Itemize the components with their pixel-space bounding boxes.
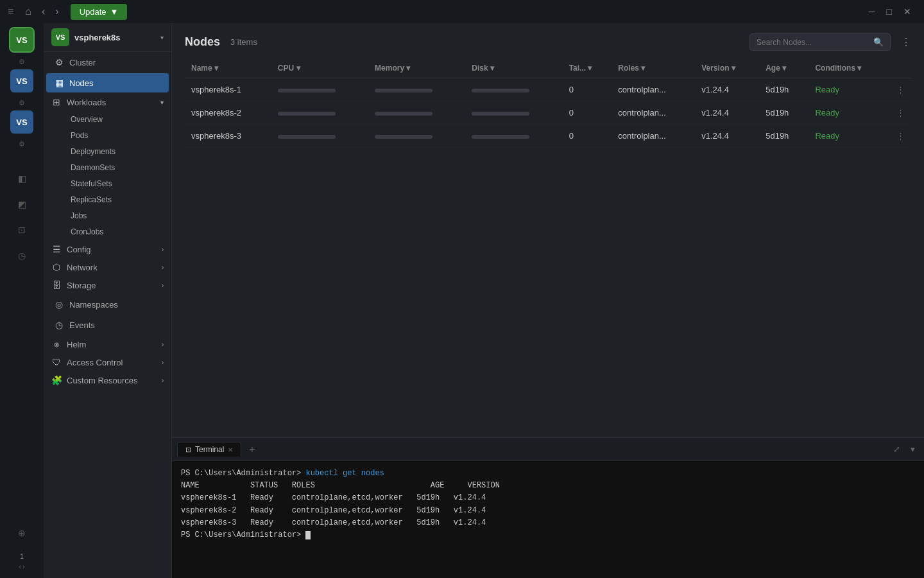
avatar-2[interactable]: VS — [10, 69, 33, 92]
rail-icon-1[interactable]: ◧ — [10, 167, 33, 190]
sidebar-item-namespaces[interactable]: ◎ Namespaces — [46, 295, 169, 314]
workloads-chevron-icon: ▾ — [160, 99, 164, 106]
sidebar-item-jobs[interactable]: Jobs — [64, 208, 169, 223]
sidebar-item-statefulsets[interactable]: StatefulSets — [64, 176, 169, 191]
col-version[interactable]: Version ▾ — [695, 58, 759, 78]
nav-controls: ⌂ ‹ › — [21, 3, 62, 20]
menu-icon[interactable]: ≡ — [8, 6, 13, 17]
cell-taints: 0 — [563, 101, 612, 125]
col-actions — [890, 58, 911, 78]
cell-disk — [465, 78, 562, 101]
col-disk[interactable]: Disk ▾ — [465, 58, 562, 78]
sidebar-section-helm[interactable]: ⎈ Helm › — [44, 335, 171, 353]
terminal-close-button[interactable]: ✕ — [228, 446, 233, 453]
sidebar-section-workloads[interactable]: ⊞ Workloads ▾ — [44, 93, 171, 111]
sidebar-item-overview[interactable]: Overview — [64, 112, 169, 127]
cell-age: 5d19h — [759, 78, 809, 101]
gear-icon-2[interactable]: ⚙ — [13, 98, 31, 108]
column-menu-button[interactable]: ⋮ — [901, 36, 911, 48]
cell-cpu — [271, 78, 368, 101]
terminal-tab-label: Terminal — [195, 445, 224, 454]
sidebar: VS vspherek8s ▾ ⚙ Cluster ▦ Nodes ⊞ Work… — [44, 23, 172, 578]
cell-taints: 0 — [563, 125, 612, 148]
cell-disk — [465, 125, 562, 148]
terminal-prompt-1: PS C:\Users\Administrator> — [181, 469, 305, 478]
sidebar-section-storage[interactable]: 🗄 Storage › — [44, 276, 171, 294]
sidebar-item-events[interactable]: ◷ Events — [46, 315, 169, 335]
col-roles[interactable]: Roles ▾ — [612, 58, 695, 78]
sidebar-section-config[interactable]: ☰ Config › — [44, 240, 171, 258]
col-memory[interactable]: Memory ▾ — [368, 58, 465, 78]
storage-chevron-icon: › — [162, 282, 164, 289]
page-title: Nodes — [185, 35, 220, 49]
terminal-collapse-button[interactable]: ▾ — [907, 442, 919, 457]
col-taints[interactable]: Tai... ▾ — [563, 58, 612, 78]
pager-prev[interactable]: ‹ — [19, 563, 21, 570]
nodes-tbody: vspherek8s-1 0 controlplan... v1.24.4 5d… — [185, 78, 911, 148]
pager-next[interactable]: › — [22, 563, 25, 570]
nodes-table: Name ▾ CPU ▾ Memory ▾ Disk ▾ Tai... ▾ Ro… — [185, 58, 911, 148]
search-input[interactable] — [757, 38, 869, 47]
gear-icon-3[interactable]: ⚙ — [13, 139, 31, 149]
update-button[interactable]: Update ▼ — [71, 4, 128, 20]
nav-back-button[interactable]: ‹ — [38, 3, 49, 20]
sidebar-item-daemonsets[interactable]: DaemonSets — [64, 160, 169, 175]
add-terminal-button[interactable]: + — [244, 441, 260, 458]
sidebar-item-deployments[interactable]: Deployments — [64, 144, 169, 159]
sidebar-section-access-control[interactable]: 🛡 Access Control › — [44, 353, 171, 371]
avatar-3[interactable]: VS — [10, 110, 33, 134]
page-indicator: 1 — [20, 552, 24, 560]
sidebar-item-replicasets[interactable]: ReplicaSets — [64, 192, 169, 207]
sidebar-header[interactable]: VS vspherek8s ▾ — [44, 23, 171, 52]
nav-home-button[interactable]: ⌂ — [21, 3, 35, 20]
cell-version: v1.24.4 — [695, 78, 759, 101]
rail-icon-2[interactable]: ◩ — [10, 193, 33, 216]
terminal-window-controls: ⤢ ▾ — [889, 442, 919, 457]
terminal-body[interactable]: PS C:\Users\Administrator> kubectl get n… — [172, 461, 924, 578]
search-box[interactable]: 🔍 — [749, 33, 891, 51]
col-cpu[interactable]: CPU ▾ — [271, 58, 368, 78]
nodes-header: Nodes 3 items 🔍 ⋮ — [172, 23, 924, 58]
rail-icon-4[interactable]: ◷ — [10, 244, 33, 267]
overview-label: Overview — [71, 115, 103, 124]
rail-icon-bottom-1[interactable]: ⊕ — [10, 521, 33, 545]
minimize-button[interactable]: ─ — [864, 4, 880, 19]
events-label: Events — [69, 320, 95, 330]
terminal-tab-1[interactable]: ⊡ Terminal ✕ — [177, 442, 241, 457]
sidebar-section-network[interactable]: ⬡ Network › — [44, 258, 171, 276]
cell-row-menu[interactable]: ⋮ — [890, 78, 911, 101]
config-icon: ☰ — [51, 244, 62, 254]
col-age[interactable]: Age ▾ — [759, 58, 809, 78]
sidebar-item-cluster[interactable]: ⚙ Cluster — [46, 53, 169, 72]
cpu-bar-container — [278, 135, 336, 139]
table-row: vspherek8s-1 0 controlplan... v1.24.4 5d… — [185, 78, 911, 101]
col-conditions[interactable]: Conditions ▾ — [809, 58, 890, 78]
maximize-button[interactable]: □ — [882, 4, 897, 19]
sidebar-item-pods[interactable]: Pods — [64, 128, 169, 143]
disk-sort-icon: ▾ — [490, 64, 494, 73]
sidebar-item-nodes[interactable]: ▦ Nodes — [46, 73, 169, 92]
terminal-expand-button[interactable]: ⤢ — [889, 442, 904, 457]
rail-icon-3[interactable]: ⊡ — [10, 218, 33, 241]
cell-status: Ready — [809, 78, 890, 101]
workloads-submenu: Overview Pods Deployments DaemonSets Sta… — [44, 111, 171, 240]
sidebar-item-cronjobs[interactable]: CronJobs — [64, 224, 169, 240]
row-menu-icon[interactable]: ⋮ — [896, 108, 905, 118]
nav-forward-button[interactable]: › — [51, 3, 62, 20]
avatar-1[interactable]: VS — [10, 28, 33, 51]
cell-disk — [465, 101, 562, 125]
col-name[interactable]: Name ▾ — [185, 58, 271, 78]
row-menu-icon[interactable]: ⋮ — [896, 85, 905, 94]
sidebar-section-custom-resources[interactable]: 🧩 Custom Resources › — [44, 371, 171, 389]
row-menu-icon[interactable]: ⋮ — [896, 131, 905, 141]
close-button[interactable]: ✕ — [898, 4, 916, 19]
gear-icon-1[interactable]: ⚙ — [13, 57, 31, 67]
cell-age: 5d19h — [759, 101, 809, 125]
memory-bar-container — [375, 89, 432, 92]
version-sort-icon: ▾ — [732, 64, 735, 73]
nodes-table-container: Name ▾ CPU ▾ Memory ▾ Disk ▾ Tai... ▾ Ro… — [172, 58, 924, 148]
cell-row-menu[interactable]: ⋮ — [890, 101, 911, 125]
terminal-tab-icon: ⊡ — [185, 446, 191, 454]
cell-row-menu[interactable]: ⋮ — [890, 125, 911, 148]
cell-memory — [368, 125, 465, 148]
